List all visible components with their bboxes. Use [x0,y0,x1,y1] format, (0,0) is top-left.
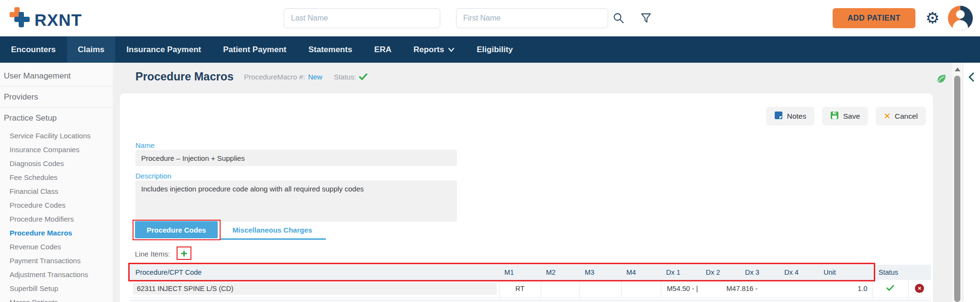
sidebar-item-procedure-codes[interactable]: Procedure Codes [0,198,113,212]
sidebar-item-fee-schedules[interactable]: Fee Schedules [0,170,113,184]
m3-cell[interactable] [579,280,621,297]
cancel-x-icon: ✕ [884,112,890,121]
last-name-input[interactable] [284,8,440,28]
dx2-cell[interactable]: M47.816 - [701,280,740,297]
m2-cell[interactable] [541,280,579,297]
page-title: Procedure Macros [135,70,234,83]
row-status-cell [872,280,908,297]
collapse-chevron-left-icon[interactable] [969,72,974,84]
m4-cell[interactable] [621,280,661,297]
nav-item-reports[interactable]: Reports [402,36,466,63]
rxnt-logo: RXNT [34,11,82,30]
tab-miscellaneous-charges[interactable]: Miscellaneous Charges [230,221,315,238]
toolbar: Notes Save ✕ Cancel [766,107,926,125]
sidebar-item-procedure-modifiers[interactable]: Procedure Modifiers [0,212,113,226]
col-m2[interactable]: M2 [541,265,579,280]
table-header-row: Procedure/CPT Code M1 M2 M3 M4 Dx 1 Dx 2… [130,265,931,280]
col-dx1[interactable]: Dx 1 [661,265,701,280]
main-content: Procedure Macros ProcedureMacro #: New S… [113,63,952,302]
scrollbar-thumb[interactable] [954,76,960,302]
table-row: 62311 INJECT SPINE L/S (CD) RT M54.50 - … [130,280,931,297]
macro-form-card: Notes Save ✕ Cancel Name Procedure – Inj… [120,93,933,302]
sidebar: User Management Providers Practice Setup… [0,63,113,302]
dx4-cell[interactable] [779,280,818,297]
col-m3[interactable]: M3 [579,265,621,280]
line-items-table: Procedure/CPT Code M1 M2 M3 M4 Dx 1 Dx 2… [130,265,931,298]
delete-icon[interactable]: ✕ [915,284,924,293]
status-check-icon [359,73,368,80]
app-window: RXNT ADD PATIENT ⚙ Encounters Claims Ins… [0,0,980,302]
chevron-down-icon [448,45,455,55]
cancel-button[interactable]: ✕ Cancel [876,107,926,125]
vertical-scrollbar[interactable] [952,63,963,302]
avatar[interactable] [948,6,973,31]
procedure-cell: 62311 INJECT SPINE L/S (CD) [130,280,499,297]
col-dx2[interactable]: Dx 2 [701,265,740,280]
name-label: Name [135,141,155,149]
unit-cell[interactable]: 1.0 [818,280,872,297]
next-row-partial [130,299,931,302]
scroll-up-arrow[interactable] [955,67,960,71]
save-floppy-icon [830,111,839,122]
tab-underline [220,238,326,240]
col-status[interactable]: Status [872,265,908,280]
nav-item-claims[interactable]: Claims [67,36,116,63]
gear-icon[interactable]: ⚙ [925,8,940,29]
add-line-item-button[interactable]: + [178,247,190,259]
sidebar-item-procedure-macros[interactable]: Procedure Macros [0,226,113,240]
search-icon[interactable] [612,12,625,26]
check-icon [886,285,894,292]
col-procedure-cpt-code[interactable]: Procedure/CPT Code [130,265,499,280]
sidebar-item-practice-setup[interactable]: Practice Setup [0,108,113,129]
status-label: Status: [334,73,356,81]
first-name-input[interactable] [456,8,608,28]
row-actions-cell: ✕ [908,280,931,297]
line-items-label: Line Items: [135,250,170,258]
sidebar-item-revenue-codes[interactable]: Revenue Codes [0,240,113,254]
sidebar-item-diagnosis-codes[interactable]: Diagnosis Codes [0,157,113,170]
col-dx3[interactable]: Dx 3 [740,265,779,280]
sidebar-item-insurance-companies[interactable]: Insurance Companies [0,143,113,157]
sidebar-item-user-management[interactable]: User Management [0,66,113,87]
col-actions [908,265,931,280]
col-dx4[interactable]: Dx 4 [779,265,818,280]
notes-button[interactable]: Notes [766,107,815,125]
collapse-panel [963,63,980,302]
nav-item-patient-payment[interactable]: Patient Payment [212,36,297,63]
nav-item-eligibility[interactable]: Eligibility [466,36,524,63]
main-nav: Encounters Claims Insurance Payment Pati… [0,36,980,63]
add-patient-button[interactable]: ADD PATIENT [833,8,915,28]
sidebar-item-adjustment-transactions[interactable]: Adjustment Transactions [0,268,113,281]
save-button[interactable]: Save [822,107,868,125]
name-field[interactable]: Procedure – Injection + Supplies [135,150,457,166]
macro-number-label: ProcedureMacro #: [244,73,305,81]
rxnt-cross-icon [9,6,31,30]
sidebar-item-superbill-setup[interactable]: Superbill Setup [0,281,113,295]
col-m1[interactable]: M1 [499,265,541,280]
col-m4[interactable]: M4 [621,265,661,280]
sidebar-item-service-facility-locations[interactable]: Service Facility Locations [0,129,113,143]
nav-item-statements[interactable]: Statements [297,36,363,63]
avatar-head [956,10,965,19]
m1-cell[interactable]: RT [499,280,541,297]
nav-item-encounters[interactable]: Encounters [0,36,67,63]
page-header: Procedure Macros ProcedureMacro #: New S… [135,70,368,83]
sidebar-item-providers[interactable]: Providers [0,87,113,108]
col-unit[interactable]: Unit [818,265,872,280]
avatar-body [953,20,968,31]
filter-icon[interactable] [640,12,652,26]
description-label: Description [135,172,171,180]
description-field[interactable]: Includes injection procedure code along … [135,180,457,222]
nav-item-era[interactable]: ERA [363,36,402,63]
sidebar-item-payment-transactions[interactable]: Payment Transactions [0,254,113,268]
plus-icon: + [180,248,187,259]
procedure-code-field[interactable]: 62311 INJECT SPINE L/S (CD) [133,282,497,295]
nav-item-insurance-payment[interactable]: Insurance Payment [115,36,212,63]
tab-procedure-codes[interactable]: Procedure Codes [135,221,218,238]
sidebar-item-financial-class[interactable]: Financial Class [0,184,113,198]
dx1-cell[interactable]: M54.50 - | [661,280,701,297]
sidebar-item-merge-patients[interactable]: Merge Patients [0,295,113,302]
eco-leaf-icon[interactable] [935,73,947,86]
note-icon [774,111,783,122]
macro-number-value[interactable]: New [308,73,323,81]
